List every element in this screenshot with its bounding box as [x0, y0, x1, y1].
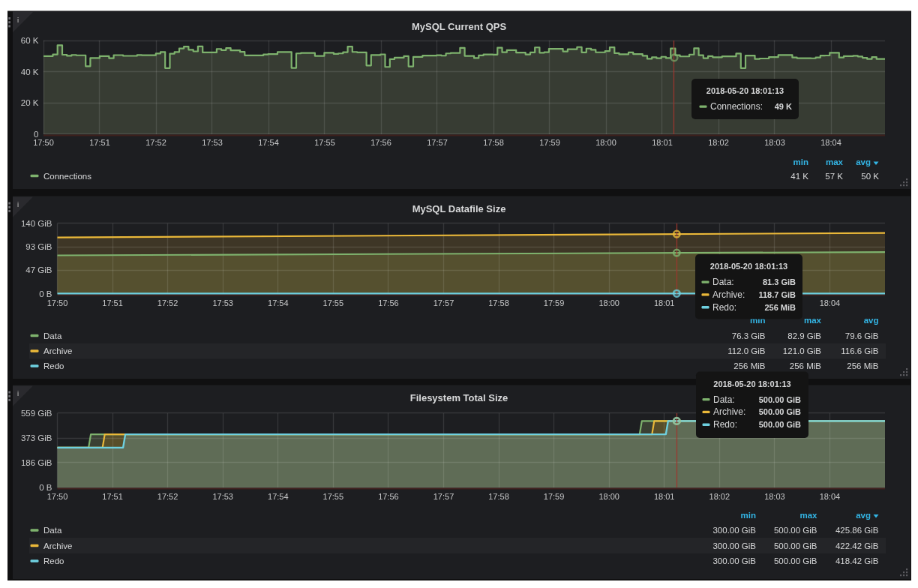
svg-text:18:04: 18:04 [820, 492, 841, 501]
svg-text:Redo:: Redo: [712, 302, 736, 313]
svg-text:17:56: 17:56 [378, 298, 399, 308]
svg-text:500.00 GiB: 500.00 GiB [774, 526, 818, 535]
svg-text:min: min [794, 158, 808, 166]
svg-text:47 GiB: 47 GiB [26, 266, 52, 274]
svg-text:40 K: 40 K [21, 68, 39, 76]
svg-text:i: i [17, 389, 20, 398]
svg-text:422.42 GiB: 422.42 GiB [836, 542, 879, 550]
svg-text:112.0 GiB: 112.0 GiB [728, 346, 766, 356]
svg-text:121.0 GiB: 121.0 GiB [783, 346, 821, 356]
svg-text:17:59: 17:59 [544, 298, 565, 308]
svg-text:17:56: 17:56 [370, 138, 392, 147]
svg-text:81.3 GiB: 81.3 GiB [763, 278, 796, 286]
svg-text:17:53: 17:53 [202, 138, 223, 147]
svg-text:300.00 GiB: 300.00 GiB [712, 526, 756, 535]
svg-text:max: max [804, 316, 822, 325]
svg-text:max: max [800, 511, 818, 520]
svg-text:avg: avg [856, 158, 871, 166]
svg-text:17:59: 17:59 [539, 138, 560, 147]
svg-text:Redo:: Redo: [713, 419, 737, 430]
svg-text:41 K: 41 K [790, 172, 808, 181]
svg-text:i: i [17, 16, 20, 24]
svg-text:17:55: 17:55 [323, 492, 344, 501]
svg-text:avg: avg [864, 316, 879, 325]
svg-text:256 MiB: 256 MiB [790, 362, 822, 370]
svg-text:500.00 GiB: 500.00 GiB [759, 420, 801, 429]
svg-text:17:57: 17:57 [434, 298, 454, 308]
svg-text:Data:: Data: [712, 277, 734, 287]
svg-text:Data:: Data: [713, 394, 735, 405]
svg-text:17:58: 17:58 [483, 138, 504, 147]
svg-text:0 B: 0 B [39, 483, 52, 492]
svg-text:Archive:: Archive: [713, 406, 746, 417]
svg-text:17:52: 17:52 [158, 298, 178, 308]
svg-text:18:01: 18:01 [654, 298, 675, 308]
svg-text:MySQL Datafile Size: MySQL Datafile Size [412, 203, 506, 214]
svg-text:0 B: 0 B [39, 290, 52, 298]
svg-text:186 GiB: 186 GiB [21, 458, 52, 467]
svg-text:60 K: 60 K [21, 36, 39, 45]
svg-text:17:59: 17:59 [544, 492, 565, 501]
svg-text:17:54: 17:54 [268, 298, 289, 308]
svg-text:17:58: 17:58 [488, 298, 509, 308]
svg-text:49 K: 49 K [775, 102, 792, 111]
svg-text:i: i [17, 200, 20, 208]
svg-text:17:53: 17:53 [212, 298, 233, 308]
svg-text:Filesystem Total Size: Filesystem Total Size [410, 392, 508, 404]
svg-text:140 GiB: 140 GiB [21, 219, 52, 228]
svg-text:17:54: 17:54 [268, 492, 289, 501]
svg-text:Archive:: Archive: [712, 290, 745, 300]
svg-text:18:04: 18:04 [820, 138, 842, 147]
svg-text:18:01: 18:01 [652, 138, 673, 147]
svg-text:18:00: 18:00 [598, 492, 620, 501]
svg-text:17:54: 17:54 [258, 138, 279, 147]
svg-text:MySQL Current QPS: MySQL Current QPS [412, 21, 507, 32]
svg-text:559 GiB: 559 GiB [21, 409, 52, 418]
svg-text:18:03: 18:03 [764, 492, 785, 501]
svg-text:avg: avg [856, 511, 871, 520]
svg-text:418.42 GiB: 418.42 GiB [836, 556, 879, 566]
svg-text:17:55: 17:55 [323, 298, 344, 308]
svg-text:Archive: Archive [44, 346, 72, 356]
svg-text:18:00: 18:00 [598, 298, 620, 308]
svg-text:17:57: 17:57 [427, 138, 448, 147]
svg-text:425.86 GiB: 425.86 GiB [836, 526, 879, 535]
svg-text:Archive: Archive [44, 542, 72, 550]
svg-text:82.9 GiB: 82.9 GiB [788, 332, 821, 340]
svg-text:20 K: 20 K [21, 98, 39, 107]
svg-text:76.3 GiB: 76.3 GiB [732, 332, 766, 340]
svg-text:256 MiB: 256 MiB [764, 303, 796, 312]
svg-text:Connections:: Connections: [710, 101, 763, 112]
svg-text:17:52: 17:52 [158, 492, 178, 501]
svg-text:18:03: 18:03 [764, 138, 785, 147]
svg-text:2018-05-20 18:01:13: 2018-05-20 18:01:13 [706, 86, 784, 95]
svg-text:256 MiB: 256 MiB [734, 362, 766, 370]
svg-text:max: max [826, 158, 844, 166]
svg-text:17:52: 17:52 [146, 138, 166, 147]
svg-text:17:50: 17:50 [33, 138, 54, 147]
svg-text:500.00 GiB: 500.00 GiB [774, 556, 818, 566]
svg-text:17:55: 17:55 [314, 138, 335, 147]
svg-text:2018-05-20 18:01:13: 2018-05-20 18:01:13 [710, 262, 788, 271]
svg-text:18:02: 18:02 [708, 138, 729, 147]
svg-text:300.00 GiB: 300.00 GiB [712, 556, 756, 566]
svg-text:50 K: 50 K [861, 172, 879, 181]
svg-text:Data: Data [44, 332, 62, 340]
svg-text:373 GiB: 373 GiB [21, 434, 52, 442]
svg-text:17:51: 17:51 [102, 492, 123, 501]
svg-text:500.00 GiB: 500.00 GiB [774, 542, 818, 550]
svg-text:18:01: 18:01 [654, 492, 675, 501]
svg-text:Connections: Connections [44, 172, 92, 181]
svg-text:256 MiB: 256 MiB [847, 362, 879, 370]
svg-text:2018-05-20 18:01:13: 2018-05-20 18:01:13 [713, 380, 790, 388]
svg-text:17:56: 17:56 [378, 492, 399, 501]
svg-text:17:50: 17:50 [47, 492, 68, 501]
svg-text:57 K: 57 K [825, 172, 843, 181]
svg-text:18:02: 18:02 [710, 492, 730, 501]
svg-text:93 GiB: 93 GiB [26, 242, 52, 251]
svg-text:500.00 GiB: 500.00 GiB [759, 395, 801, 404]
svg-text:300.00 GiB: 300.00 GiB [712, 542, 756, 550]
svg-text:500.00 GiB: 500.00 GiB [759, 407, 801, 416]
svg-text:Data: Data [44, 526, 62, 535]
svg-text:17:51: 17:51 [102, 298, 123, 308]
